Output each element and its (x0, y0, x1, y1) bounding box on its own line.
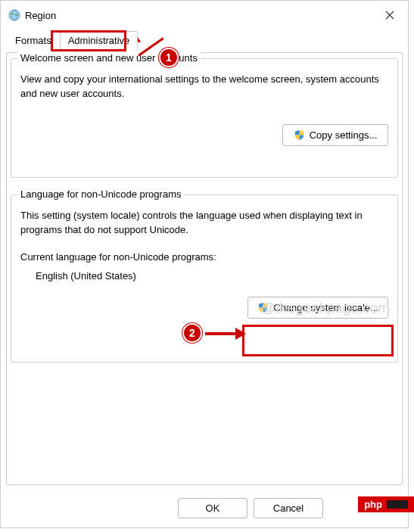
locale-groupbox: Language for non-Unicode programs This s… (11, 194, 398, 362)
copy-settings-button[interactable]: Copy settings... (282, 124, 388, 146)
cancel-button[interactable]: Cancel (254, 498, 323, 518)
overlay-dark-block (387, 500, 408, 509)
current-locale-label: Current language for non-Unicode program… (20, 251, 388, 263)
shield-icon (257, 302, 269, 313)
copy-settings-label: Copy settings... (310, 129, 378, 141)
php-overlay-label: php (364, 499, 382, 510)
annotation-arrow-2-head (235, 328, 246, 340)
region-dialog: Region Formats Administrative Welcome sc… (0, 0, 409, 528)
welcome-group-title: Welcome screen and new user accounts (17, 52, 201, 64)
change-system-locale-button[interactable]: Change system locale... (247, 297, 388, 319)
welcome-groupbox: Welcome screen and new user accounts Vie… (11, 58, 398, 178)
globe-icon (8, 9, 20, 21)
locale-group-description: This setting (system locale) controls th… (20, 209, 388, 238)
change-locale-label: Change system locale... (273, 302, 378, 313)
ok-button[interactable]: OK (178, 498, 247, 518)
tab-content: Welcome screen and new user accounts Vie… (11, 58, 398, 482)
locale-group-title: Language for non-Unicode programs (17, 188, 184, 200)
annotation-arrow-2-line (205, 332, 237, 335)
current-locale-value: English (United States) (36, 270, 388, 282)
tab-administrative[interactable]: Administrative (60, 31, 139, 51)
shield-icon (294, 129, 305, 141)
tab-formats[interactable]: Formats (7, 31, 60, 51)
window-title: Region (25, 10, 56, 21)
php-overlay-tag: php (358, 496, 414, 512)
titlebar: Region (1, 1, 408, 28)
welcome-group-description: View and copy your international setting… (20, 73, 388, 101)
close-button[interactable] (379, 6, 400, 24)
annotation-highlight-change-locale (242, 325, 394, 356)
tab-strip: Formats Administrative (1, 31, 408, 51)
